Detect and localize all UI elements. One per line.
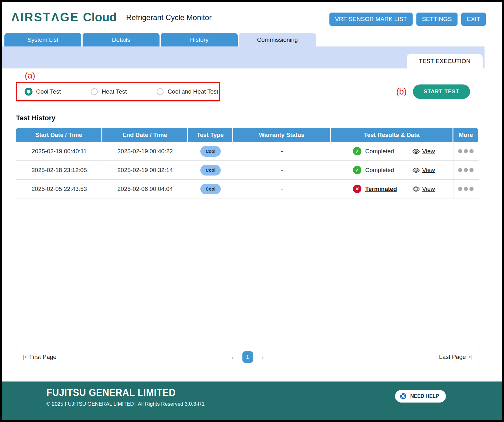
ellipsis-icon <box>469 149 474 153</box>
test-type-badge: Cool <box>200 184 221 194</box>
app-footer: FUJITSU GENERAL LIMITED © 2025 FUJITSU G… <box>2 381 502 420</box>
ellipsis-icon <box>469 168 474 172</box>
last-page-label: Last Page <box>439 354 466 360</box>
ellipsis-icon <box>458 168 462 172</box>
main-tabbar: System List Details History Commissionin… <box>4 33 502 46</box>
last-page-icon: >| <box>468 354 473 360</box>
cell-end: 2025-02-19 00:32:14 <box>102 161 188 179</box>
table-header-row: Start Date / Time End Date / Time Test T… <box>16 128 479 142</box>
eye-icon <box>412 166 420 174</box>
row-more-menu[interactable] <box>458 187 474 191</box>
first-page-button[interactable]: |< First Page <box>23 354 57 360</box>
page-title: Refrigerant Cycle Monitor <box>126 13 212 22</box>
view-link[interactable]: View <box>412 185 435 193</box>
col-test-results-data: Test Results & Data <box>331 128 453 142</box>
ellipsis-icon <box>458 187 462 191</box>
prev-page-arrow-icon[interactable]: ← <box>230 353 237 361</box>
result-status-label: Completed <box>365 148 394 155</box>
view-link-label: View <box>422 167 435 174</box>
view-link-label: View <box>422 148 435 155</box>
cell-start: 2025-02-05 22:43:53 <box>16 180 102 198</box>
view-link[interactable]: View <box>412 166 435 174</box>
table-row: 2025-02-19 00:40:11 2025-02-19 00:40:22 … <box>16 142 479 161</box>
row-more-menu[interactable] <box>458 168 474 172</box>
eye-icon <box>412 185 420 193</box>
footer-company-name: FUJITSU GENERAL LIMITED <box>46 387 176 398</box>
lifebuoy-help-icon <box>399 392 407 400</box>
col-test-type: Test Type <box>188 128 233 142</box>
cell-end: 2025-02-06 00:04:04 <box>102 180 188 198</box>
completed-check-icon: ✓ <box>353 166 361 174</box>
row-more-menu[interactable] <box>458 149 474 153</box>
result-status-label: Completed <box>365 167 394 174</box>
result-status: ✓ Completed <box>353 147 394 155</box>
vrf-sensor-mark-list-button[interactable]: VRF SENSOR MARK LIST <box>329 13 413 26</box>
first-page-icon: |< <box>23 354 28 360</box>
tab-details[interactable]: Details <box>83 33 160 46</box>
terminated-x-icon: ✕ <box>353 185 361 193</box>
commissioning-subtab-band: TEST EXECUTION <box>2 46 485 68</box>
radio-cool-test-control[interactable] <box>25 88 32 95</box>
start-test-area: (b) START TEST <box>396 84 470 99</box>
table-row: 2025-02-05 22:43:53 2025-02-06 00:04:04 … <box>16 180 479 198</box>
cell-test-type: Cool <box>188 142 233 160</box>
radio-heat-test[interactable]: Heat Test <box>91 88 127 95</box>
eye-icon <box>412 148 420 155</box>
col-start-date-time: Start Date / Time <box>16 128 102 142</box>
ellipsis-icon <box>469 187 474 191</box>
cell-results: ✓ Completed View <box>331 161 453 179</box>
tab-commissioning[interactable]: Commissioning <box>239 33 316 46</box>
logo-airstage-text: ΛIRSTΛGE <box>11 11 79 24</box>
cell-results: ✓ Completed View <box>331 142 453 160</box>
radio-cool-test[interactable]: Cool Test <box>25 88 61 95</box>
tab-history[interactable]: History <box>161 33 238 46</box>
current-page-button[interactable]: 1 <box>242 351 253 363</box>
cell-more <box>453 161 478 179</box>
cell-warranty: - <box>233 142 331 160</box>
need-help-label: NEED HELP <box>410 393 439 399</box>
view-link[interactable]: View <box>412 148 435 155</box>
col-warranty-status: Warranty Status <box>233 128 331 142</box>
logo-cloud-text: Cloud <box>83 11 117 24</box>
result-status: ✕ Terminated <box>353 185 397 193</box>
ellipsis-icon <box>458 149 462 153</box>
annotation-b: (b) <box>396 87 407 97</box>
start-test-button[interactable]: START TEST <box>413 84 470 99</box>
test-type-badge: Cool <box>200 146 221 157</box>
col-end-date-time: End Date / Time <box>102 128 188 142</box>
header-button-group: VRF SENSOR MARK LIST SETTINGS EXIT <box>329 13 486 26</box>
radio-cool-and-heat-test[interactable]: Cool and Heat Test <box>157 88 218 95</box>
test-type-radio-group: Cool Test Heat Test Cool and Heat Test <box>16 82 220 101</box>
test-history-table: Start Date / Time End Date / Time Test T… <box>16 128 479 198</box>
radio-cool-test-label: Cool Test <box>36 88 61 95</box>
col-more: More <box>453 128 478 142</box>
cell-warranty: - <box>233 161 331 179</box>
pagination-bar: |< First Page ← 1 → Last Page >| <box>16 348 479 366</box>
last-page-button[interactable]: Last Page >| <box>439 354 473 360</box>
table-row: 2025-02-18 23:12:05 2025-02-19 00:32:14 … <box>16 161 479 180</box>
cell-start: 2025-02-19 00:40:11 <box>16 142 102 160</box>
need-help-button[interactable]: NEED HELP <box>395 390 446 403</box>
radio-heat-test-label: Heat Test <box>102 88 127 95</box>
footer-copyright: © 2025 FUJITSU GENERAL LIMITED | All Rig… <box>46 401 204 407</box>
settings-button[interactable]: SETTINGS <box>416 13 458 26</box>
cell-more <box>453 180 478 198</box>
view-link-label: View <box>422 186 435 192</box>
page-controls: ← 1 → <box>230 351 265 363</box>
subtab-test-execution[interactable]: TEST EXECUTION <box>407 54 483 68</box>
ellipsis-icon <box>464 187 468 191</box>
cell-results: ✕ Terminated View <box>331 180 453 198</box>
next-page-arrow-icon[interactable]: → <box>258 353 265 361</box>
test-option-row: Cool Test Heat Test Cool and Heat Test (… <box>16 82 488 101</box>
radio-cool-and-heat-test-control[interactable] <box>157 88 164 95</box>
cell-more <box>453 142 478 160</box>
exit-button[interactable]: EXIT <box>461 13 486 26</box>
test-type-badge: Cool <box>200 165 221 176</box>
radio-heat-test-control[interactable] <box>91 88 98 95</box>
result-status-label[interactable]: Terminated <box>365 186 397 192</box>
tab-system-list[interactable]: System List <box>4 33 81 46</box>
cell-test-type: Cool <box>188 161 233 179</box>
airstage-cloud-logo: ΛIRSTΛGE Cloud <box>11 11 117 24</box>
radio-cool-and-heat-test-label: Cool and Heat Test <box>168 88 218 95</box>
test-history-heading: Test History <box>16 114 488 122</box>
